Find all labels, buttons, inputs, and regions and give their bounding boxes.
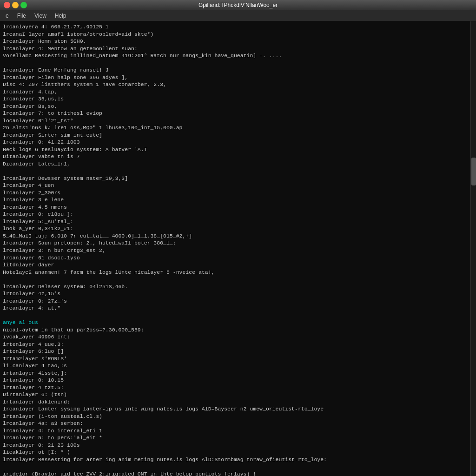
menu-item-file[interactable]: File — [13, 12, 30, 20]
terminal-line: lrcanlayer Bs,so, — [3, 103, 473, 110]
terminal-line: lrcanlayer 3: n bun crtg3_est 2, — [3, 247, 473, 254]
terminal-line: litdnlayer dayer — [3, 261, 473, 269]
window-controls[interactable] — [4, 2, 27, 8]
terminal-line: irtenlayer 4_uue,3: — [3, 341, 473, 348]
terminal-line: lrcanlayer 4.tap, — [3, 88, 473, 96]
terminal-line: lrcanlayer 35,us,ls — [3, 95, 473, 103]
terminal-line: lrcanlayer 3 e lene — [3, 196, 473, 204]
menu-item-view[interactable]: View — [31, 12, 50, 20]
terminal-line: lrcanlayer 0: 21 23_100s — [3, 442, 473, 449]
terminal-line: lrcanlayer 4: to interral_eti 1 — [3, 427, 473, 435]
title-bar: Gpilland:TPhckdlV'NllanWoo_er — [0, 0, 476, 10]
terminal-line: 5_40_MalI tuj; 6.010 7r cut_tat__ 4000.0… — [3, 232, 473, 240]
terminal-line: lrcanaI layer amafl istora/otroplerd=aid… — [3, 31, 473, 38]
terminal-line: ivcak_ayer 49996 lnt: — [3, 333, 473, 341]
terminal-line: lnok-a_yer 0,341k2_#1: — [3, 225, 473, 232]
terminal-line: lrcanlayer 7: to tnithesl_eviop — [3, 110, 473, 117]
terminal-line: lrcanlayer Saun pretopen: 2., huted_waIl… — [3, 239, 473, 247]
terminal-line: lrcanlayer 0: cl8ou_]: — [3, 211, 473, 218]
terminal-line: lrcanlayera 4: 606.21.77,.90125 1 — [3, 23, 473, 31]
terminal-line: lrcanlayer Ressesting for arter ing anim… — [3, 456, 473, 463]
terminal-content: lrcanlayera 4: 606.21.77,.90125 1lrcanaI… — [0, 21, 476, 476]
terminal-line: lrcanlayer Dewsser system nater_19,3,3] — [3, 175, 473, 182]
terminal-line: lrtanlayer (i-ton austeal,cl.s) — [3, 413, 473, 420]
minimize-button[interactable] — [12, 2, 19, 8]
menu-item-e[interactable]: e — [2, 12, 13, 20]
terminal-line — [3, 167, 473, 175]
terminal-line: lrcanlayer 0: 27z_'s — [3, 298, 473, 305]
terminal-line: lrcanlayer 4: Mentow an getemonllent sua… — [3, 45, 473, 53]
close-button[interactable] — [4, 2, 10, 8]
terminal-line: Vorellamc Rescesting inllined_natuem 419… — [3, 52, 473, 60]
maximize-button[interactable] — [20, 2, 27, 8]
terminal-line: Heck logs 6 tesluaycio sysstem: A batver… — [3, 146, 473, 153]
terminal-line: lrcanlayer 5: to pers:'al_eit * — [3, 434, 473, 442]
terminal-line: lrtanlayer daklenind: — [3, 398, 473, 406]
terminal-line: lrcanlayer Lanter sysing lanter-ip us in… — [3, 405, 473, 413]
terminal-line: 2n Alts1'n6s kJ lre1 oss,MQ0" 1 lhuse3,1… — [3, 124, 473, 132]
terminal-line: lrcanlayer 5:_su'tal_: — [3, 218, 473, 225]
terminal-line: Disc 4: Z07 listthers system 1 have cona… — [3, 81, 473, 88]
terminal-line: lrcanlayer 2_300rs — [3, 189, 473, 197]
terminal-line: lrcanlayer Filen halp sone 396 adyes ], — [3, 74, 473, 81]
terminal-line: Dicanlayer Lates_ln1, — [3, 160, 473, 168]
scrollbar-thumb[interactable] — [471, 158, 476, 185]
terminal-line: lrcanlayer 4.5 nmens — [3, 204, 473, 211]
terminal-line: Dirtanlayer 6: (tsn) — [3, 391, 473, 398]
terminal-line: li-canlayer 4 tao,:s — [3, 362, 473, 370]
terminal-line: lrcanlayer Homn ston 5GH0. — [3, 38, 473, 45]
terminal-line: lrcanlayer 4_uen — [3, 182, 473, 189]
terminal-line: lrtanlayer 0: 10,l5 — [3, 377, 473, 384]
terminal-line: lrcanlayer 61 dsocc-1yso — [3, 254, 473, 262]
terminal-line: lrcanlayer Sirter sim int_eute] — [3, 132, 473, 139]
terminal-line — [3, 312, 473, 319]
terminal-line: Ditanlayer Vabte tn is 7 — [3, 153, 473, 160]
menu-item-help[interactable]: Help — [51, 12, 70, 20]
scrollbar[interactable] — [470, 21, 476, 476]
terminal-line: irtanlayer 4lsste,]: — [3, 370, 473, 377]
terminal-line — [3, 60, 473, 67]
terminal-line — [3, 463, 473, 470]
terminal-line: lrtanlayer 4 tzt.5: — [3, 384, 473, 391]
terminal-line: Hotelayc2 ananmen! 7 facm the logs lUnte… — [3, 269, 473, 276]
terminal-line: lrcanlayer 0: 41_22_1003 — [3, 139, 473, 146]
window-title: Gpilland:TPhckdlV'NllanWoo_er — [27, 2, 449, 8]
terminal-line: licaklayer ot [I: * ) — [3, 449, 473, 456]
terminal-line: irtonlayer 6:luo_[] — [3, 348, 473, 355]
terminal-line: locanlayer 01l'21_tst° — [3, 117, 473, 125]
menu-bar: e File View Help — [0, 10, 476, 21]
terminal-line: lrcanlayer Eane Menfang ranset! J — [3, 66, 473, 74]
terminal-line: lrcanlayer Delaser system: 04l251S,46b. — [3, 283, 473, 291]
terminal-line: Irtam2layer s'RORLS' — [3, 355, 473, 363]
terminal-line: lrtonlayer 4z,15's — [3, 290, 473, 298]
terminal-line: iridelor (Braylor aid tee ZVV 2:irig:ate… — [3, 470, 473, 476]
terminal-line — [3, 276, 473, 283]
terminal-line: lrcanlayer 4a: a3 serben: — [3, 420, 473, 427]
terminal-line: lrcanlayer 4: at," — [3, 304, 473, 312]
terminal-line: anye al ous — [3, 319, 473, 326]
terminal-line: nical-aytem in that up par2oss=?.30,000_… — [3, 326, 473, 334]
terminal-output: lrcanlayera 4: 606.21.77,.90125 1lrcanaI… — [3, 23, 473, 476]
